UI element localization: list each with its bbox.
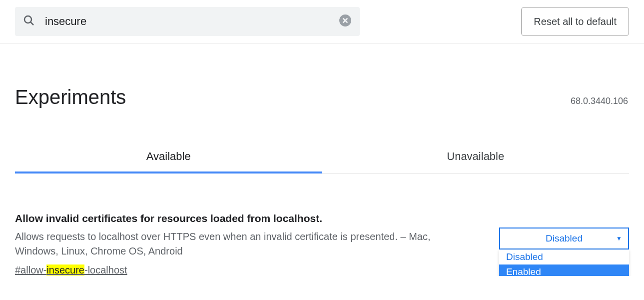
version-label: 68.0.3440.106 [571, 96, 628, 106]
flag-hash-link[interactable]: #allow-insecure-localhost [15, 264, 475, 276]
flag-select-dropdown: Disabled Enabled [499, 250, 629, 276]
hash-suffix: -localhost [84, 264, 127, 276]
reset-button[interactable]: Reset all to default [521, 7, 629, 36]
flag-description: Allows requests to localhost over HTTPS … [15, 230, 475, 258]
hash-prefix: #allow- [15, 264, 46, 276]
top-bar: Reset all to default [0, 0, 644, 44]
flag-text: Allow invalid certificates for resources… [15, 212, 475, 276]
flag-title: Allow invalid certificates for resources… [15, 212, 475, 224]
header-row: Experiments 68.0.3440.106 [15, 86, 629, 108]
tab-available[interactable]: Available [15, 141, 322, 173]
search-input[interactable] [45, 15, 339, 28]
tab-unavailable[interactable]: Unavailable [322, 141, 630, 173]
svg-point-0 [24, 16, 31, 23]
option-enabled[interactable]: Enabled [499, 264, 629, 276]
option-disabled[interactable]: Disabled [499, 250, 629, 264]
page-title: Experiments [15, 86, 126, 108]
clear-icon[interactable] [339, 14, 352, 29]
hash-highlight: insecure [46, 264, 84, 276]
search-icon [23, 14, 35, 28]
search-box[interactable] [15, 7, 360, 36]
flag-select[interactable]: Disabled ▼ [499, 228, 629, 250]
flag-control: Disabled ▼ Disabled Enabled [499, 228, 629, 250]
select-value: Disabled [546, 233, 583, 244]
tabs: Available Unavailable [15, 141, 629, 174]
flag-row: Allow invalid certificates for resources… [15, 212, 629, 276]
chevron-down-icon: ▼ [616, 235, 622, 242]
content: Experiments 68.0.3440.106 Available Unav… [0, 86, 644, 276]
svg-line-1 [30, 22, 33, 25]
